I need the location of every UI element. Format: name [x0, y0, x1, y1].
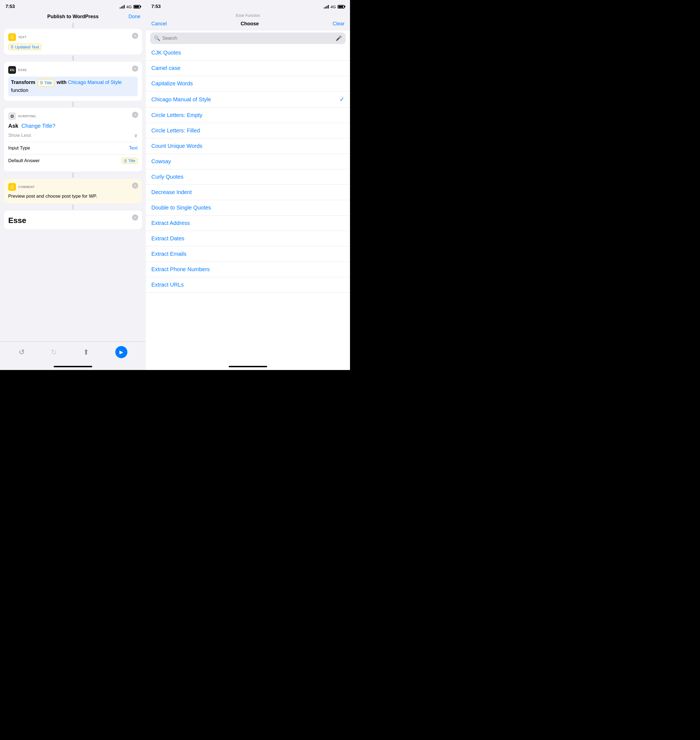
undo-button[interactable]: ↺ — [19, 348, 25, 357]
list-item-label: Camel case — [151, 65, 181, 71]
comment-card-icon: ☰ — [8, 183, 16, 191]
network-type-right: 4G — [331, 4, 336, 9]
list-item-label: Cowsay — [151, 158, 171, 165]
time-left: 7:53 — [6, 4, 15, 9]
list-item[interactable]: Extract Phone Numbers — [146, 262, 350, 277]
nav-bar-left: Publish to WordPress Done — [0, 12, 146, 23]
list-item[interactable]: CJK Quotes — [146, 45, 350, 60]
esse-transform-card: ES| ESSE ✕ Transform ☰Title with Chicago… — [4, 62, 142, 101]
status-icons-right: 4G — [324, 4, 344, 9]
chevron-down-icon: ∨ — [134, 133, 138, 139]
left-content: ☰ TEXT ✕ ☰ Updated Text ES| ESSE ✕ Trans… — [0, 23, 146, 341]
input-type-label: Input Type — [8, 145, 30, 151]
battery-icon-left — [134, 5, 140, 9]
default-answer-row: Default Answer ☰ Title — [8, 155, 138, 167]
home-indicator-right — [229, 366, 267, 367]
share-button[interactable]: ⬆ — [83, 348, 89, 357]
separator-5 — [73, 205, 74, 209]
input-type-row: Input Type Text — [8, 142, 138, 155]
redo-button[interactable]: ↻ — [51, 348, 57, 357]
status-icons-left: 4G — [120, 4, 140, 9]
text-card-icon: ☰ — [8, 33, 16, 41]
list-item[interactable]: Chicago Manual of Style✓ — [146, 91, 350, 108]
clear-button[interactable]: Clear — [333, 21, 344, 27]
status-bar-right: 7:53 4G — [146, 0, 350, 12]
updated-text-line: ☰ Updated Text — [8, 44, 138, 50]
esse-card-label: ESSE — [18, 68, 27, 72]
separator-2 — [73, 56, 74, 60]
list-item-label: Capitalize Words — [151, 80, 193, 87]
list-item-label: Extract URLs — [151, 282, 184, 288]
show-less-text: Show Less — [8, 133, 31, 138]
function-list: CJK QuotesCamel caseCapitalize WordsChic… — [146, 45, 350, 364]
scripting-card-label: SCRIPTING — [18, 115, 36, 118]
list-item-label: Circle Letters: Filled — [151, 127, 200, 134]
ask-line: Ask Change Title? — [8, 123, 138, 129]
list-item-label: Decrease Indent — [151, 189, 192, 196]
search-bar[interactable]: 🔍 🎤 — [150, 32, 346, 44]
checkmark-icon: ✓ — [340, 96, 344, 103]
play-button[interactable]: ▶ — [115, 346, 127, 358]
list-item[interactable]: Cowsay — [146, 154, 350, 169]
default-answer-chip[interactable]: ☰ Title — [122, 158, 138, 164]
list-item-label: Chicago Manual of Style — [151, 96, 211, 103]
comment-card-header: ☰ COMMENT — [8, 183, 138, 191]
esse-card-header: ES| ESSE — [8, 66, 138, 74]
list-item-label: Double to Single Quotes — [151, 205, 211, 211]
network-type-left: 4G — [126, 4, 132, 9]
default-answer-label: Default Answer — [8, 158, 40, 164]
search-input[interactable] — [162, 35, 334, 41]
separator-4 — [73, 172, 74, 178]
done-button[interactable]: Done — [128, 14, 140, 19]
list-item[interactable]: Decrease Indent — [146, 185, 350, 200]
text-card: ☰ TEXT ✕ ☰ Updated Text — [4, 29, 142, 55]
list-item[interactable]: Circle Letters: Filled — [146, 123, 350, 139]
list-item-label: Extract Phone Numbers — [151, 266, 210, 273]
esse-title: Esse — [8, 216, 138, 225]
list-item[interactable]: Capitalize Words — [146, 76, 350, 91]
list-item[interactable]: Circle Letters: Empty — [146, 108, 350, 123]
page-title-left: Publish to WordPress — [47, 14, 99, 19]
signal-icon-right — [324, 5, 329, 9]
list-item[interactable]: Extract Dates — [146, 231, 350, 246]
comment-card-close[interactable]: ✕ — [132, 183, 138, 189]
choose-title: Choose — [241, 21, 259, 27]
list-item[interactable]: Curly Quotes — [146, 169, 350, 185]
chip-icon: ☰ — [10, 45, 14, 49]
list-item[interactable]: Camel case — [146, 60, 350, 76]
esse-card-icon: ES| — [8, 66, 16, 74]
bottom-toolbar: ↺ ↻ ⬆ ▶ — [0, 341, 146, 364]
microphone-icon[interactable]: 🎤 — [336, 35, 342, 41]
list-item[interactable]: Extract Emails — [146, 246, 350, 262]
search-icon: 🔍 — [154, 35, 160, 41]
cancel-button[interactable]: Cancel — [151, 21, 167, 27]
list-item[interactable]: Double to Single Quotes — [146, 200, 350, 215]
list-item[interactable]: Extract URLs — [146, 277, 350, 293]
signal-icon-left — [120, 5, 125, 9]
list-item-label: Curly Quotes — [151, 174, 184, 180]
input-type-value: Text — [129, 145, 138, 151]
home-indicator-left — [54, 366, 92, 367]
separator-3 — [73, 102, 74, 107]
right-panel: 7:53 4G Esse Function Cancel Choose Clea… — [146, 0, 350, 370]
scripting-card: ⚙ SCRIPTING ✕ Ask Change Title? Show Les… — [4, 108, 142, 171]
esse-bottom-close[interactable]: ✕ — [132, 214, 138, 221]
comment-card-label: COMMENT — [18, 185, 35, 189]
text-card-label: TEXT — [18, 35, 26, 39]
list-item-label: Circle Letters: Empty — [151, 112, 203, 118]
status-bar-left: 7:53 4G — [0, 0, 146, 12]
time-right: 7:53 — [151, 4, 161, 9]
updated-text-chip[interactable]: ☰ Updated Text — [8, 44, 41, 50]
show-less-row[interactable]: Show Less ∨ — [8, 129, 138, 142]
left-panel: 7:53 4G Publish to WordPress Done ☰ TE — [0, 0, 146, 370]
play-icon: ▶ — [119, 349, 123, 355]
scripting-card-close[interactable]: ✕ — [132, 112, 138, 118]
list-item-label: Extract Address — [151, 220, 190, 226]
esse-card-close[interactable]: ✕ — [132, 65, 138, 72]
list-item-label: CJK Quotes — [151, 50, 181, 56]
list-item[interactable]: Count Unique Words — [146, 139, 350, 154]
text-card-close[interactable]: ✕ — [132, 33, 138, 39]
list-item[interactable]: Extract Address — [146, 215, 350, 231]
transform-line: Transform ☰Title with Chicago Manual of … — [8, 77, 138, 96]
esse-bottom-card: ✕ Esse — [4, 211, 142, 229]
